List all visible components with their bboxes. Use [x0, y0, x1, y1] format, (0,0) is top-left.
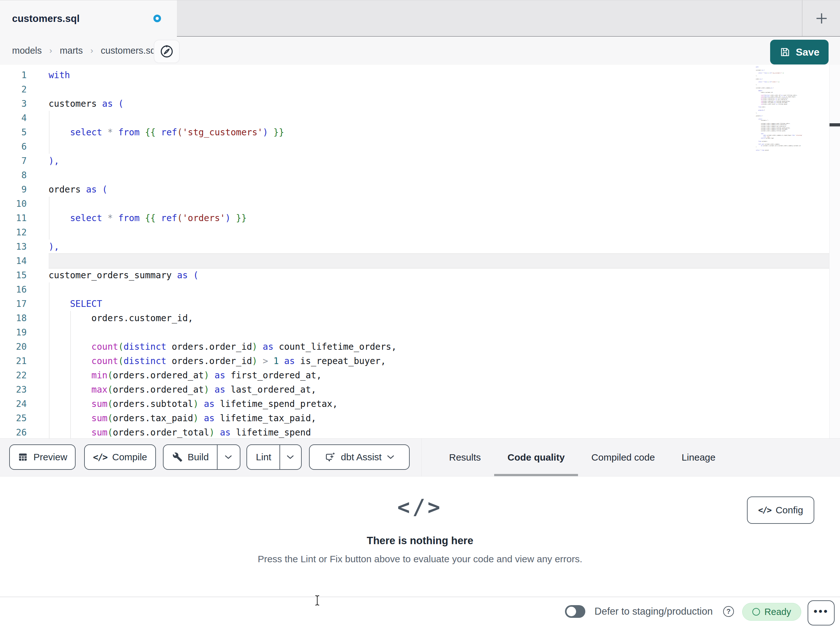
minimap-code: with customers as ( select * from {{ ref… [756, 66, 804, 151]
chevron-down-icon [224, 455, 232, 459]
tab-results[interactable]: Results [436, 439, 494, 476]
code-line: 25 sum(orders.tax_paid) as lifetime_tax_… [0, 411, 840, 426]
save-button-label: Save [796, 46, 819, 58]
lint-button-label: Lint [256, 452, 271, 462]
tab-lineage[interactable]: Lineage [668, 439, 729, 476]
line-number: 12 [0, 225, 27, 239]
editor-scrollbar-thumb[interactable] [829, 123, 840, 127]
line-number: 26 [0, 426, 27, 438]
tab-customers-sql[interactable]: customers.sql [0, 0, 177, 37]
lint-split-button: Lint [246, 445, 302, 470]
editor-tab-bar: customers.sql [0, 0, 840, 37]
line-number: 23 [0, 383, 27, 397]
code-line: 17 SELECT [0, 297, 840, 311]
empty-state-title: There is nothing here [367, 535, 474, 547]
editor-lines: 1with23customers as (45 select * from {{… [0, 65, 840, 438]
unsaved-changes-dot-icon [153, 14, 161, 22]
line-number: 8 [0, 168, 27, 182]
line-number: 11 [0, 211, 27, 225]
compass-icon [159, 44, 174, 59]
line-number: 3 [0, 96, 27, 111]
text-cursor-pointer [314, 595, 321, 606]
line-number: 4 [0, 111, 27, 125]
tab-compiled-code[interactable]: Compiled code [578, 439, 668, 476]
code-line: 4 [0, 111, 840, 125]
build-dropdown-button[interactable] [218, 445, 239, 469]
save-button[interactable]: Save [770, 40, 829, 65]
minimap[interactable]: with customers as ( select * from {{ ref… [756, 66, 804, 152]
breadcrumb: models › marts › customers.sql [12, 36, 158, 65]
code-brackets-icon: </> [93, 452, 107, 462]
breadcrumb-item-file[interactable]: customers.sql [101, 46, 158, 56]
toolbar-divider [422, 439, 422, 476]
code-line: 18 orders.customer_id, [0, 311, 840, 325]
code-brackets-icon: </> [758, 505, 771, 515]
code-line: 26 sum(orders.order_total) as lifetime_s… [0, 426, 840, 438]
dbt-assist-button[interactable]: dbt Assist [309, 445, 410, 470]
config-button-label: Config [775, 505, 803, 516]
preview-button-label: Preview [33, 452, 67, 462]
code-line: 24 sum(orders.subtotal) as lifetime_spen… [0, 397, 840, 411]
code-line: 5 select * from {{ ref('stg_customers') … [0, 125, 840, 139]
code-line: 20 count(distinct orders.order_id) as co… [0, 340, 840, 354]
code-icon: </> [397, 495, 443, 519]
code-line: 23 max(orders.ordered_at) as last_ordere… [0, 383, 840, 397]
line-number: 18 [0, 311, 27, 325]
status-bar: Defer to staging/production ? Ready ••• [0, 596, 840, 628]
code-line: 16 [0, 282, 840, 297]
help-icon[interactable]: ? [723, 606, 734, 617]
indent-guide [49, 111, 49, 154]
tab-code-quality[interactable]: Code quality [494, 439, 578, 476]
defer-toggle[interactable] [565, 605, 585, 618]
preview-button[interactable]: Preview [9, 445, 76, 470]
breadcrumb-bar: models › marts › customers.sql Save [0, 36, 840, 65]
code-line: 15customer_orders_summary as ( [0, 268, 840, 282]
status-circle-icon [752, 608, 760, 615]
defer-label: Defer to staging/production [595, 597, 713, 626]
line-number: 21 [0, 354, 27, 368]
code-line: 12 [0, 225, 840, 239]
ellipsis-icon: ••• [814, 611, 829, 615]
code-line: 2 [0, 82, 840, 96]
code-line: 9orders as ( [0, 182, 840, 197]
assist-chat-sparkle-icon [324, 451, 336, 463]
new-tab-button[interactable] [809, 6, 834, 31]
line-number: 20 [0, 340, 27, 354]
dbt-assist-button-label: dbt Assist [341, 452, 381, 462]
wrench-icon [172, 452, 183, 462]
line-number: 22 [0, 368, 27, 383]
code-line: 21 count(distinct orders.order_id) > 1 a… [0, 354, 840, 368]
lint-button[interactable]: Lint [248, 445, 279, 469]
build-button[interactable]: Build [164, 445, 217, 469]
line-number: 7 [0, 154, 27, 168]
code-editor[interactable]: 1with23customers as (45 select * from {{… [0, 65, 840, 438]
action-toolbar: Preview </> Compile Build Lint [0, 438, 840, 476]
breadcrumb-item-marts[interactable]: marts [60, 46, 83, 56]
empty-state: </> There is nothing here Press the Lint… [0, 495, 840, 565]
code-line: 10 [0, 197, 840, 211]
more-options-button[interactable]: ••• [808, 600, 835, 625]
line-number: 2 [0, 82, 27, 96]
status-badge[interactable]: Ready [742, 603, 801, 621]
code-line: 1with [0, 68, 840, 82]
tab-bar-divider [802, 0, 802, 36]
code-line: 22 min(orders.ordered_at) as first_order… [0, 368, 840, 383]
config-button[interactable]: </> Config [747, 497, 814, 524]
lint-dropdown-button[interactable] [280, 445, 300, 469]
code-line: 6 [0, 139, 840, 154]
editor-scrollbar[interactable] [829, 65, 840, 438]
line-number: 15 [0, 268, 27, 282]
indent-guide [49, 197, 49, 239]
explore-docs-button[interactable] [154, 40, 180, 63]
line-number: 9 [0, 182, 27, 197]
line-number: 24 [0, 397, 27, 411]
plus-icon [815, 11, 829, 25]
breadcrumb-item-models[interactable]: models [12, 46, 42, 56]
line-number: 19 [0, 325, 27, 340]
empty-state-subtitle: Press the Lint or Fix button above to ev… [257, 554, 582, 565]
compile-button-label: Compile [112, 452, 147, 462]
compile-button[interactable]: </> Compile [84, 445, 156, 470]
indent-guide [49, 282, 49, 438]
line-number: 13 [0, 239, 27, 254]
breadcrumb-separator: › [49, 46, 52, 55]
